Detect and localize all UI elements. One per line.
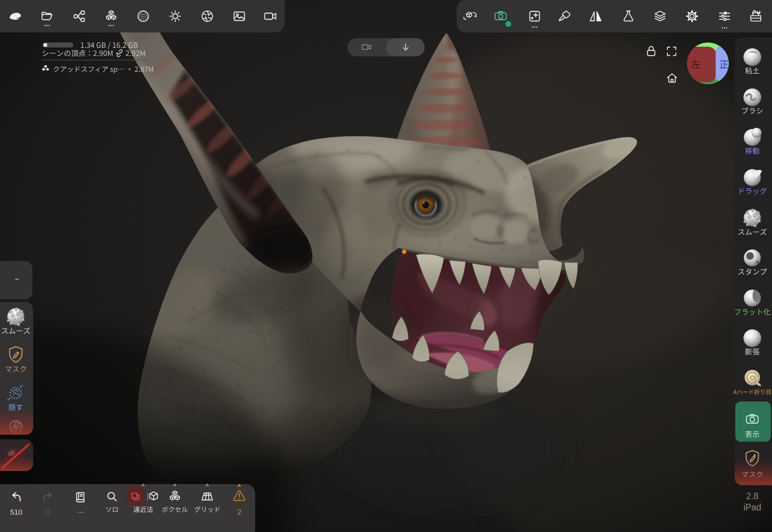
svg-text:0: 0 [46,508,50,516]
svg-text:...: ... [77,506,83,514]
svg-text:510: 510 [10,508,22,516]
svg-text:2: 2 [237,508,242,516]
svg-text:2.8: 2.8 [746,491,758,501]
svg-text:iPad: iPad [743,502,761,512]
